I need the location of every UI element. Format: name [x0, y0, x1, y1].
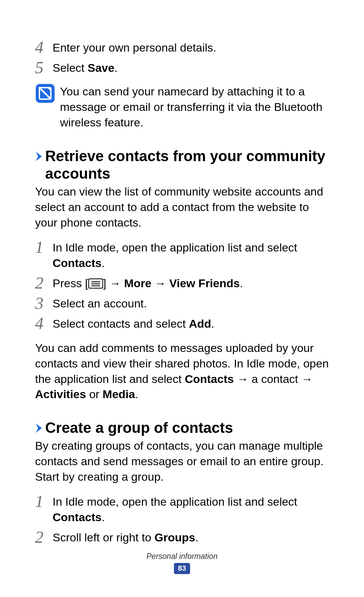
- step-text: Select contacts and select Add.: [49, 315, 329, 332]
- bold-text: Contacts: [185, 372, 234, 385]
- bold-text: Contacts: [53, 257, 101, 269]
- bold-text: Activities: [35, 388, 86, 400]
- text: .: [211, 317, 214, 330]
- step-2b: 2 Scroll left or right to Groups.: [35, 529, 329, 545]
- text: Select: [53, 61, 88, 74]
- step-text: Select Save.: [49, 59, 329, 76]
- section-intro: By creating groups of contacts, you can …: [35, 438, 329, 485]
- section-after-para: You can add comments to messages uploade…: [35, 340, 329, 402]
- step-number: 5: [35, 59, 49, 76]
- step-number: 4: [35, 39, 49, 56]
- step-number: 4: [35, 315, 49, 332]
- note-text: You can send your namecard by attaching …: [55, 83, 329, 130]
- text: Select contacts and select: [53, 317, 189, 330]
- step-1b: 1 In Idle mode, open the application lis…: [35, 493, 329, 525]
- bold-text: →: [151, 277, 169, 290]
- page-number-badge: 83: [174, 563, 190, 574]
- text: .: [101, 511, 104, 524]
- step-text: Enter your own personal details.: [49, 39, 329, 56]
- step-number: 3: [35, 295, 49, 311]
- text: → a contact →: [234, 372, 313, 385]
- chapter-name: Personal information: [0, 552, 364, 561]
- text: Scroll left or right to: [53, 531, 154, 544]
- section-intro: You can view the list of community websi…: [35, 184, 329, 231]
- bold-text: Add: [189, 317, 211, 330]
- text: .: [101, 257, 104, 269]
- bold-text: Contacts: [53, 511, 101, 524]
- step-text: Select an account.: [49, 295, 329, 311]
- text: In Idle mode, open the application list …: [53, 495, 297, 508]
- section-heading-retrieve: Retrieve contacts from your community ac…: [35, 147, 329, 183]
- chevron-icon: [35, 423, 42, 433]
- step-number: 2: [35, 274, 49, 291]
- bold-text: More: [124, 277, 151, 290]
- bold-text: Groups: [154, 531, 195, 544]
- note-callout: You can send your namecard by attaching …: [35, 83, 329, 130]
- chevron-icon: [35, 151, 42, 161]
- text: Press [: [53, 277, 88, 290]
- text: .: [135, 388, 138, 400]
- bold-text: Media: [102, 388, 135, 400]
- text: .: [114, 61, 117, 74]
- step-text: In Idle mode, open the application list …: [49, 239, 329, 271]
- manual-page: 4 Enter your own personal details. 5 Sel…: [0, 0, 364, 597]
- step-5: 5 Select Save.: [35, 59, 329, 76]
- page-footer: Personal information 83: [0, 552, 364, 574]
- step-3: 3 Select an account.: [35, 295, 329, 311]
- step-number: 1: [35, 239, 49, 256]
- step-1: 1 In Idle mode, open the application lis…: [35, 239, 329, 271]
- bold-text: View Friends: [169, 277, 240, 290]
- heading-text: Create a group of contacts: [42, 419, 233, 437]
- section-heading-groups: Create a group of contacts: [35, 419, 329, 437]
- note-icon: [35, 83, 55, 103]
- step-4b: 4 Select contacts and select Add.: [35, 315, 329, 332]
- heading-text: Retrieve contacts from your community ac…: [42, 147, 329, 183]
- bold-text: Save: [88, 61, 114, 74]
- text: ] →: [103, 277, 124, 290]
- step-text: In Idle mode, open the application list …: [49, 493, 329, 525]
- menu-key-icon: [88, 277, 103, 287]
- step-4: 4 Enter your own personal details.: [35, 39, 329, 56]
- text: or: [86, 388, 102, 400]
- step-number: 1: [35, 493, 49, 510]
- text: In Idle mode, open the application list …: [53, 241, 297, 254]
- step-text: Scroll left or right to Groups.: [49, 529, 329, 545]
- text: .: [195, 531, 198, 544]
- step-text: Press [] → More → View Friends.: [49, 274, 329, 291]
- text: .: [240, 277, 243, 290]
- step-number: 2: [35, 529, 49, 545]
- step-2: 2 Press [] → More → View Friends.: [35, 274, 329, 291]
